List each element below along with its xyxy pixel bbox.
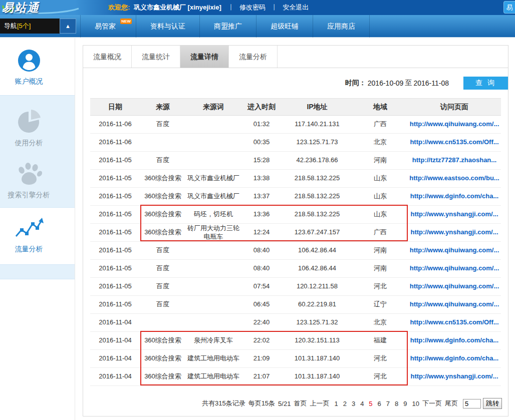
cell-visit-page-link[interactable]: http://www.ynshangji.com/... (408, 224, 501, 242)
change-password-link[interactable]: 修改密码 (239, 4, 266, 11)
tab-traffic-detail[interactable]: 流量详情 (180, 46, 229, 68)
cell-keyword: 巩义市鑫业机械厂 (185, 170, 241, 188)
table-row: 2016-11-05 360综合搜索 码坯，切坯机 13:36 218.58.1… (90, 206, 501, 224)
page-2-link[interactable]: 2 (343, 400, 347, 407)
sidebar-item-usage-analysis[interactable]: 使用分析 (0, 95, 75, 152)
cell-region: 辽宁 (353, 296, 408, 314)
nav-tab-app-store[interactable]: 应用商店 (313, 15, 370, 38)
query-button[interactable]: 查 询 (463, 77, 508, 90)
page-4-link[interactable]: 4 (360, 400, 364, 407)
first-page-link[interactable]: 首页 (294, 399, 307, 408)
prev-page-link[interactable]: 上一页 (310, 399, 329, 408)
end-date[interactable]: 2016-11-08 (413, 79, 449, 87)
cell-visit-page-link[interactable]: http://www.ynshangji.com/... (408, 206, 501, 224)
page-indicator: 5/21 (278, 400, 291, 407)
cell-visit-page-link[interactable]: http://www.qihuiwang.com/... (408, 116, 501, 134)
tab-traffic-analysis[interactable]: 流量分析 (229, 46, 278, 68)
page-5-link-current[interactable]: 5 (369, 400, 372, 407)
cell-ip: 101.31.187.140 (282, 350, 353, 368)
cell-region: 河北 (353, 278, 408, 296)
cell-ip: 120.12.211.58 (282, 278, 353, 296)
sidebar-item-label: 搜索引擎分析 (0, 191, 58, 200)
jump-page-input[interactable] (463, 399, 481, 408)
cell-entry-time: 13:36 (241, 206, 282, 224)
cell-region: 山东 (353, 206, 408, 224)
cell-visit-page-link[interactable]: http://www.dginfo.com/cha... (408, 350, 501, 368)
cell-date: 2016-11-04 (90, 368, 140, 386)
cell-visit-page-link[interactable]: http://www.cn5135.com/Off... (408, 314, 501, 332)
nav-tab-label: 易管家 (95, 22, 116, 30)
time-filter-label: 时间： (345, 79, 366, 88)
cell-region: 河北 (353, 368, 408, 386)
cell-visit-page-link[interactable]: http://www.qihuiwang.com/... (408, 278, 501, 296)
floating-panel-button[interactable]: 易 (503, 1, 515, 14)
cell-visit-page-link[interactable]: http://www.eastsoo.com/bu... (408, 170, 501, 188)
cell-entry-time: 00:35 (241, 134, 282, 152)
per-page-label: 每页15条 (248, 399, 275, 408)
cell-visit-page-link[interactable]: http://www.qihuiwang.com/... (408, 242, 501, 260)
table-row: 2016-11-06 百度 01:32 117.140.21.131 广西 ht… (90, 116, 501, 134)
cell-source: 360综合搜索 (140, 350, 185, 368)
welcome-bar: 欢迎您: 巩义市鑫业机械厂 [xinyejixie] 丨 修改密码 丨 安全退出 (108, 0, 309, 15)
page-3-link[interactable]: 3 (352, 400, 355, 407)
cell-source: 360综合搜索 (140, 332, 185, 350)
cell-source: 360综合搜索 (140, 170, 185, 188)
nav-tab-credentials[interactable]: 资料与认证 (136, 15, 200, 38)
cell-source (140, 314, 185, 332)
page-9-link[interactable]: 9 (403, 400, 407, 407)
cell-visit-page-link[interactable]: http://tztz77287.zhaoshan... (408, 152, 501, 170)
nav-tab-super-shop[interactable]: 超级旺铺 (256, 15, 313, 38)
jump-button[interactable]: 跳转 (483, 398, 502, 409)
cell-ip: 106.42.86.44 (282, 260, 353, 278)
cell-region: 山东 (353, 170, 408, 188)
next-page-link[interactable]: 下一页 (422, 399, 442, 408)
table-row: 2016-11-05 360综合搜索 巩义市鑫业机械厂 13:37 218.58… (90, 188, 501, 206)
nav-tab-label: 超级旺铺 (271, 22, 299, 30)
nav-dropdown[interactable]: 导航[5个] (0, 19, 60, 34)
cell-keyword (185, 260, 241, 278)
col-header-keyword: 来源词 (185, 99, 241, 116)
tab-traffic-stats[interactable]: 流量统计 (132, 46, 180, 68)
main-panel: 流量概况 流量统计 流量详情 流量分析 时间： 2016-10-09 至 201… (83, 45, 508, 416)
cell-keyword (185, 278, 241, 296)
table-row: 2016-11-04 360综合搜索 建筑工地用电动车 21:07 101.31… (90, 368, 501, 386)
cell-keyword (185, 296, 241, 314)
cell-visit-page-link[interactable]: http://www.dginfo.com/cha... (408, 332, 501, 350)
cell-entry-time: 07:54 (241, 278, 282, 296)
cell-entry-time: 13:38 (241, 170, 282, 188)
cell-date: 2016-11-05 (90, 296, 140, 314)
cell-visit-page-link[interactable]: http://www.dginfo.com/cha... (408, 188, 501, 206)
new-badge: NEW (120, 19, 132, 24)
table-row: 2016-11-05 360综合搜索 砖厂用大动力三轮电瓶车 12:24 123… (90, 224, 501, 242)
nav-tabs: 易管家 NEW 资料与认证 商盟推广 超级旺铺 应用商店 (80, 15, 370, 38)
nav-dropdown-count: [5个] (17, 22, 31, 30)
sidebar-item-account-overview[interactable]: 账户概况 (0, 38, 75, 95)
sidebar-item-traffic-analysis[interactable]: 流量分析 (0, 208, 75, 264)
nav-tab-alliance-promotion[interactable]: 商盟推广 (200, 15, 256, 38)
cell-visit-page-link[interactable]: http://www.ynshangji.com/... (408, 368, 501, 386)
page-1-link[interactable]: 1 (334, 400, 338, 407)
last-page-link[interactable]: 尾页 (445, 399, 458, 408)
tab-traffic-overview[interactable]: 流量概况 (83, 46, 132, 68)
nav-tab-yiguanjia[interactable]: 易管家 NEW (80, 15, 136, 38)
cell-visit-page-link[interactable]: http://www.qihuiwang.com/... (408, 260, 501, 278)
cell-entry-time: 22:40 (241, 314, 282, 332)
cell-visit-page-link[interactable]: http://www.qihuiwang.com/... (408, 296, 501, 314)
start-date[interactable]: 2016-10-09 (368, 79, 404, 87)
sidebar-item-search-engine-analysis[interactable]: 搜索引擎分析 (0, 152, 75, 208)
cell-date: 2016-11-05 (90, 242, 140, 260)
nav-collapse-button[interactable]: ▲ (60, 19, 76, 34)
page-6-link[interactable]: 6 (378, 400, 381, 407)
line-chart-icon (15, 217, 44, 240)
cell-date: 2016-11-05 (90, 278, 140, 296)
cell-region: 河南 (353, 260, 408, 278)
logout-link[interactable]: 安全退出 (283, 4, 309, 11)
cell-keyword (185, 134, 241, 152)
cell-region: 广西 (353, 224, 408, 242)
page-10-link[interactable]: 10 (412, 400, 419, 407)
cell-ip: 101.31.187.140 (282, 368, 353, 386)
page-7-link[interactable]: 7 (386, 400, 390, 407)
page-8-link[interactable]: 8 (395, 400, 398, 407)
cell-date: 2016-11-05 (90, 188, 140, 206)
cell-visit-page-link[interactable]: http://www.cn5135.com/Off... (408, 134, 501, 152)
